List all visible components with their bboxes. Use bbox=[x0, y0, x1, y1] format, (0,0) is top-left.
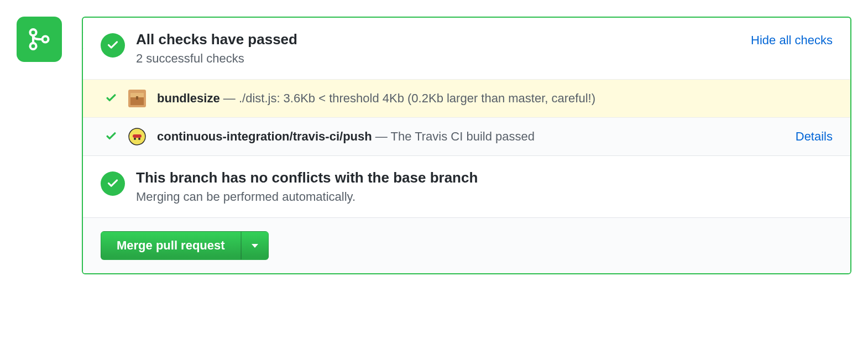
check-avatar bbox=[128, 128, 146, 145]
check-avatar bbox=[128, 90, 146, 107]
svg-point-1 bbox=[30, 43, 36, 49]
hide-all-checks-link[interactable]: Hide all checks bbox=[751, 33, 833, 48]
check-row: continuous-integration/travis-ci/push — … bbox=[83, 117, 850, 155]
conflicts-section: This branch has no conflicts with the ba… bbox=[83, 155, 850, 217]
check-name: bundlesize bbox=[157, 91, 220, 105]
merge-button-group: Merge pull request bbox=[101, 231, 269, 260]
svg-point-0 bbox=[30, 29, 36, 35]
checks-summary-title: All checks have passed bbox=[136, 31, 740, 48]
check-success-icon bbox=[105, 131, 117, 143]
timeline-merge-badge bbox=[17, 17, 62, 62]
check-success-icon bbox=[105, 92, 117, 105]
svg-rect-8 bbox=[133, 134, 142, 138]
svg-point-10 bbox=[138, 138, 140, 140]
check-icon bbox=[107, 178, 119, 190]
checks-summary-subtitle: 2 successful checks bbox=[136, 51, 740, 66]
svg-point-2 bbox=[43, 37, 49, 43]
check-description: ./dist.js: 3.6Kb < threshold 4Kb (0.2Kb … bbox=[239, 91, 595, 105]
check-row: bundlesize — ./dist.js: 3.6Kb < threshol… bbox=[83, 79, 850, 117]
merge-options-dropdown-button[interactable] bbox=[241, 231, 269, 260]
check-text: bundlesize — ./dist.js: 3.6Kb < threshol… bbox=[157, 91, 833, 106]
check-details-link[interactable]: Details bbox=[796, 129, 833, 144]
merge-status-box: All checks have passed 2 successful chec… bbox=[82, 17, 851, 274]
success-check-badge bbox=[101, 171, 125, 196]
git-merge-icon bbox=[27, 27, 51, 51]
conflicts-title: This branch has no conflicts with the ba… bbox=[136, 169, 833, 186]
check-text: continuous-integration/travis-ci/push — … bbox=[157, 129, 785, 144]
success-check-badge bbox=[101, 33, 125, 58]
checks-summary-section: All checks have passed 2 successful chec… bbox=[83, 18, 850, 79]
merge-pull-request-button[interactable]: Merge pull request bbox=[101, 231, 241, 260]
check-icon bbox=[107, 39, 119, 51]
conflicts-subtitle: Merging can be performed automatically. bbox=[136, 190, 833, 204]
check-description: The Travis CI build passed bbox=[391, 129, 535, 143]
check-name: continuous-integration/travis-ci/push bbox=[157, 129, 372, 143]
svg-point-9 bbox=[134, 138, 136, 140]
svg-rect-6 bbox=[136, 96, 138, 100]
chevron-down-icon bbox=[252, 244, 258, 248]
merge-footer: Merge pull request bbox=[83, 217, 850, 273]
